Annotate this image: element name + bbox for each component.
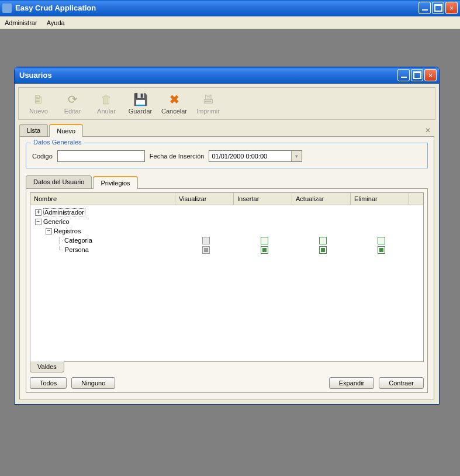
tab-panel-nuevo: Datos Generales Codigo Fecha de Inserció… xyxy=(19,136,434,399)
cancelar-label: Cancelar xyxy=(161,108,187,115)
col-nombre[interactable]: Nombre xyxy=(30,193,175,205)
nuevo-label: Nuevo xyxy=(29,108,48,115)
codigo-input[interactable] xyxy=(57,150,145,162)
toolbar: 🗎 Nuevo ⟳ Editar 🗑 Anular 💾 Guardar ✖ Ca… xyxy=(18,87,435,120)
expand-icon[interactable]: + xyxy=(35,209,41,216)
child-minimize-button[interactable] xyxy=(397,69,410,81)
col-insertar[interactable]: Insertar xyxy=(234,193,292,205)
fecha-insercion-label: Fecha de Inserción xyxy=(150,153,205,160)
new-document-icon: 🗎 xyxy=(30,92,47,106)
inner-tabs: Datos del Usuario Privilegios xyxy=(26,175,428,188)
tree-row-persona[interactable]: └· Persona xyxy=(32,245,422,254)
datos-generales-legend: Datos Generales xyxy=(31,139,84,146)
tree-row-registros[interactable]: − Registros xyxy=(32,226,422,236)
tab-privilegios[interactable]: Privilegios xyxy=(93,176,137,189)
tree-label: Persona xyxy=(65,246,89,253)
checkbox-insertar[interactable] xyxy=(261,237,268,244)
menubar: Administrar Ayuda xyxy=(0,16,460,29)
todos-button[interactable]: Todos xyxy=(30,377,67,389)
editar-label: Editar xyxy=(64,108,81,115)
editar-button[interactable]: ⟳ Editar xyxy=(60,92,85,115)
checkbox-actualizar[interactable] xyxy=(319,246,327,254)
save-icon: 💾 xyxy=(132,92,148,106)
child-maximize-button[interactable] xyxy=(411,69,423,81)
checkbox-visualizar[interactable] xyxy=(202,237,210,244)
checkbox-insertar[interactable] xyxy=(261,246,268,254)
tree-label: Generico xyxy=(43,218,70,225)
tree-label: Administrador xyxy=(43,208,85,216)
collapse-icon[interactable]: − xyxy=(35,219,41,225)
date-dropdown-icon[interactable]: ▾ xyxy=(291,151,302,161)
valdes-tab[interactable]: Valdes xyxy=(30,361,64,372)
privilegios-grid: Nombre Visualizar Insertar Actualizar El… xyxy=(30,192,424,362)
col-eliminar[interactable]: Eliminar xyxy=(351,193,409,205)
app-title: Easy Crud Application xyxy=(15,4,419,12)
app-titlebar: Easy Crud Application xyxy=(0,0,460,16)
tree-row-administrador[interactable]: + Administrador xyxy=(32,208,422,217)
main-tabs: Lista Nuevo ✕ xyxy=(19,123,434,136)
cancel-icon: ✖ xyxy=(166,92,182,106)
tree-connector-icon: └· xyxy=(57,246,64,253)
app-icon xyxy=(2,4,12,13)
ninguno-button[interactable]: Ninguno xyxy=(71,377,115,389)
app-maximize-button[interactable] xyxy=(432,2,444,14)
app-minimize-button[interactable] xyxy=(419,2,431,14)
anular-button[interactable]: 🗑 Anular xyxy=(94,92,119,115)
app-close-button[interactable] xyxy=(445,2,458,14)
collapse-icon[interactable]: − xyxy=(46,228,52,234)
col-visualizar[interactable]: Visualizar xyxy=(175,193,234,205)
cancelar-button[interactable]: ✖ Cancelar xyxy=(161,92,187,115)
codigo-label: Codigo xyxy=(32,153,53,160)
guardar-button[interactable]: 💾 Guardar xyxy=(127,92,153,115)
mdi-client-area: Usuarios 🗎 Nuevo ⟳ Editar 🗑 Anular � xyxy=(0,29,460,476)
tab-datos-usuario[interactable]: Datos del Usuario xyxy=(26,175,92,188)
grid-header: Nombre Visualizar Insertar Actualizar El… xyxy=(30,193,423,205)
imprimir-button[interactable]: 🖶 Imprimir xyxy=(195,92,221,115)
menu-administrar[interactable]: Administrar xyxy=(5,19,37,26)
imprimir-label: Imprimir xyxy=(196,108,220,115)
privilegios-panel: Nombre Visualizar Insertar Actualizar El… xyxy=(26,188,428,393)
checkbox-eliminar[interactable] xyxy=(378,246,385,254)
refresh-icon: ⟳ xyxy=(64,92,81,106)
tree-row-generico[interactable]: − Generico xyxy=(32,217,422,226)
child-titlebar: Usuarios xyxy=(15,67,439,84)
contraer-button[interactable]: Contraer xyxy=(379,377,424,389)
tab-lista[interactable]: Lista xyxy=(19,124,48,136)
fecha-insercion-input[interactable] xyxy=(209,151,291,161)
anular-label: Anular xyxy=(97,108,116,115)
checkbox-visualizar[interactable] xyxy=(202,246,210,254)
checkbox-actualizar[interactable] xyxy=(319,237,327,244)
delete-document-icon: 🗑 xyxy=(98,92,115,106)
tree: + Administrador − Generico xyxy=(30,205,423,257)
child-window-usuarios: Usuarios 🗎 Nuevo ⟳ Editar 🗑 Anular � xyxy=(14,67,440,405)
tab-close-icon[interactable]: ✕ xyxy=(421,125,434,136)
col-actualizar[interactable]: Actualizar xyxy=(292,193,351,205)
guardar-label: Guardar xyxy=(129,108,152,115)
print-icon: 🖶 xyxy=(200,92,216,106)
fecha-insercion-field: ▾ xyxy=(209,150,302,162)
tree-connector-icon: ┆· xyxy=(57,237,63,244)
child-title: Usuarios xyxy=(19,71,397,80)
tree-row-categoria[interactable]: ┆· Categoria xyxy=(32,236,422,245)
child-close-button[interactable] xyxy=(424,69,437,81)
checkbox-eliminar[interactable] xyxy=(378,237,385,244)
datos-generales-fieldset: Datos Generales Codigo Fecha de Inserció… xyxy=(26,143,428,168)
expandir-button[interactable]: Expandir xyxy=(329,377,374,389)
menu-ayuda[interactable]: Ayuda xyxy=(47,19,65,26)
tree-label: Registros xyxy=(54,227,81,234)
tree-label: Categoria xyxy=(64,237,92,244)
bottom-buttons: Todos Ninguno Expandir Contraer xyxy=(30,377,424,389)
tab-nuevo[interactable]: Nuevo xyxy=(49,124,83,137)
nuevo-button[interactable]: 🗎 Nuevo xyxy=(26,92,51,115)
